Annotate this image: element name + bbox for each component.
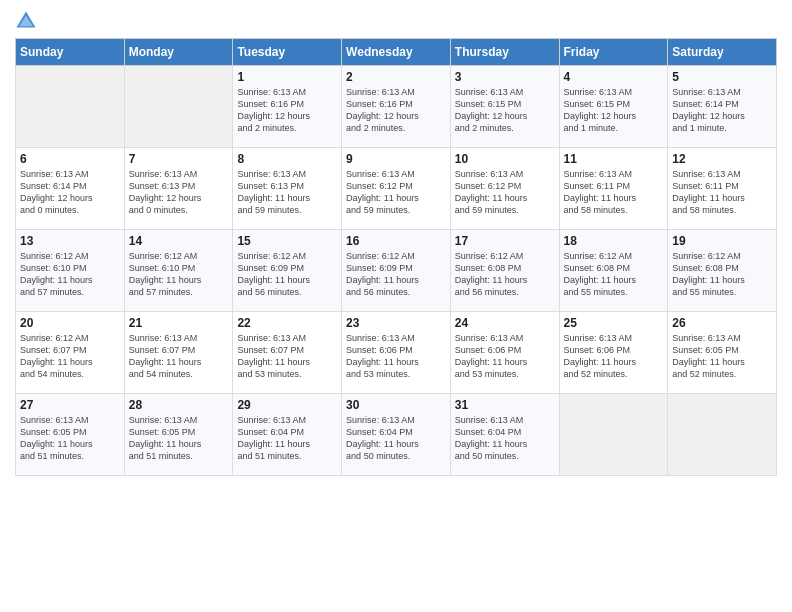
day-detail: Sunrise: 6:13 AM Sunset: 6:04 PM Dayligh… xyxy=(346,414,446,463)
day-detail: Sunrise: 6:13 AM Sunset: 6:05 PM Dayligh… xyxy=(20,414,120,463)
calendar-cell: 4Sunrise: 6:13 AM Sunset: 6:15 PM Daylig… xyxy=(559,66,668,148)
day-number: 25 xyxy=(564,316,664,330)
day-number: 12 xyxy=(672,152,772,166)
day-header-saturday: Saturday xyxy=(668,39,777,66)
calendar-cell: 24Sunrise: 6:13 AM Sunset: 6:06 PM Dayli… xyxy=(450,312,559,394)
calendar-cell: 7Sunrise: 6:13 AM Sunset: 6:13 PM Daylig… xyxy=(124,148,233,230)
calendar-header-row: SundayMondayTuesdayWednesdayThursdayFrid… xyxy=(16,39,777,66)
logo xyxy=(15,10,41,32)
calendar-cell: 17Sunrise: 6:12 AM Sunset: 6:08 PM Dayli… xyxy=(450,230,559,312)
day-detail: Sunrise: 6:13 AM Sunset: 6:16 PM Dayligh… xyxy=(237,86,337,135)
day-header-thursday: Thursday xyxy=(450,39,559,66)
day-number: 11 xyxy=(564,152,664,166)
day-detail: Sunrise: 6:12 AM Sunset: 6:10 PM Dayligh… xyxy=(129,250,229,299)
day-number: 14 xyxy=(129,234,229,248)
calendar-cell: 15Sunrise: 6:12 AM Sunset: 6:09 PM Dayli… xyxy=(233,230,342,312)
day-number: 16 xyxy=(346,234,446,248)
page-container: SundayMondayTuesdayWednesdayThursdayFrid… xyxy=(0,0,792,481)
calendar-cell: 11Sunrise: 6:13 AM Sunset: 6:11 PM Dayli… xyxy=(559,148,668,230)
calendar-cell: 13Sunrise: 6:12 AM Sunset: 6:10 PM Dayli… xyxy=(16,230,125,312)
calendar-cell: 23Sunrise: 6:13 AM Sunset: 6:06 PM Dayli… xyxy=(342,312,451,394)
calendar-cell: 31Sunrise: 6:13 AM Sunset: 6:04 PM Dayli… xyxy=(450,394,559,476)
calendar-cell: 20Sunrise: 6:12 AM Sunset: 6:07 PM Dayli… xyxy=(16,312,125,394)
day-number: 28 xyxy=(129,398,229,412)
calendar-cell: 29Sunrise: 6:13 AM Sunset: 6:04 PM Dayli… xyxy=(233,394,342,476)
day-detail: Sunrise: 6:13 AM Sunset: 6:06 PM Dayligh… xyxy=(455,332,555,381)
logo-icon xyxy=(15,10,37,32)
day-number: 23 xyxy=(346,316,446,330)
day-number: 15 xyxy=(237,234,337,248)
day-detail: Sunrise: 6:13 AM Sunset: 6:11 PM Dayligh… xyxy=(564,168,664,217)
calendar-cell: 21Sunrise: 6:13 AM Sunset: 6:07 PM Dayli… xyxy=(124,312,233,394)
day-number: 1 xyxy=(237,70,337,84)
calendar-week-row: 27Sunrise: 6:13 AM Sunset: 6:05 PM Dayli… xyxy=(16,394,777,476)
day-detail: Sunrise: 6:13 AM Sunset: 6:15 PM Dayligh… xyxy=(455,86,555,135)
calendar-cell: 6Sunrise: 6:13 AM Sunset: 6:14 PM Daylig… xyxy=(16,148,125,230)
calendar-table: SundayMondayTuesdayWednesdayThursdayFrid… xyxy=(15,38,777,476)
day-detail: Sunrise: 6:13 AM Sunset: 6:11 PM Dayligh… xyxy=(672,168,772,217)
calendar-week-row: 6Sunrise: 6:13 AM Sunset: 6:14 PM Daylig… xyxy=(16,148,777,230)
day-detail: Sunrise: 6:13 AM Sunset: 6:07 PM Dayligh… xyxy=(129,332,229,381)
calendar-cell: 3Sunrise: 6:13 AM Sunset: 6:15 PM Daylig… xyxy=(450,66,559,148)
day-detail: Sunrise: 6:13 AM Sunset: 6:04 PM Dayligh… xyxy=(237,414,337,463)
calendar-cell: 2Sunrise: 6:13 AM Sunset: 6:16 PM Daylig… xyxy=(342,66,451,148)
calendar-cell: 18Sunrise: 6:12 AM Sunset: 6:08 PM Dayli… xyxy=(559,230,668,312)
day-detail: Sunrise: 6:13 AM Sunset: 6:12 PM Dayligh… xyxy=(455,168,555,217)
day-detail: Sunrise: 6:13 AM Sunset: 6:15 PM Dayligh… xyxy=(564,86,664,135)
day-number: 21 xyxy=(129,316,229,330)
calendar-cell xyxy=(559,394,668,476)
day-detail: Sunrise: 6:12 AM Sunset: 6:08 PM Dayligh… xyxy=(455,250,555,299)
day-number: 2 xyxy=(346,70,446,84)
calendar-cell: 10Sunrise: 6:13 AM Sunset: 6:12 PM Dayli… xyxy=(450,148,559,230)
calendar-cell: 19Sunrise: 6:12 AM Sunset: 6:08 PM Dayli… xyxy=(668,230,777,312)
day-detail: Sunrise: 6:12 AM Sunset: 6:10 PM Dayligh… xyxy=(20,250,120,299)
calendar-cell xyxy=(124,66,233,148)
day-detail: Sunrise: 6:12 AM Sunset: 6:08 PM Dayligh… xyxy=(672,250,772,299)
day-detail: Sunrise: 6:13 AM Sunset: 6:13 PM Dayligh… xyxy=(237,168,337,217)
day-header-wednesday: Wednesday xyxy=(342,39,451,66)
day-number: 30 xyxy=(346,398,446,412)
day-header-tuesday: Tuesday xyxy=(233,39,342,66)
day-detail: Sunrise: 6:13 AM Sunset: 6:16 PM Dayligh… xyxy=(346,86,446,135)
calendar-cell xyxy=(16,66,125,148)
calendar-week-row: 1Sunrise: 6:13 AM Sunset: 6:16 PM Daylig… xyxy=(16,66,777,148)
day-detail: Sunrise: 6:13 AM Sunset: 6:06 PM Dayligh… xyxy=(346,332,446,381)
day-detail: Sunrise: 6:13 AM Sunset: 6:06 PM Dayligh… xyxy=(564,332,664,381)
calendar-week-row: 20Sunrise: 6:12 AM Sunset: 6:07 PM Dayli… xyxy=(16,312,777,394)
calendar-cell: 28Sunrise: 6:13 AM Sunset: 6:05 PM Dayli… xyxy=(124,394,233,476)
calendar-cell: 14Sunrise: 6:12 AM Sunset: 6:10 PM Dayli… xyxy=(124,230,233,312)
day-number: 8 xyxy=(237,152,337,166)
calendar-cell: 25Sunrise: 6:13 AM Sunset: 6:06 PM Dayli… xyxy=(559,312,668,394)
day-number: 22 xyxy=(237,316,337,330)
calendar-cell: 30Sunrise: 6:13 AM Sunset: 6:04 PM Dayli… xyxy=(342,394,451,476)
day-number: 31 xyxy=(455,398,555,412)
day-number: 4 xyxy=(564,70,664,84)
calendar-cell: 5Sunrise: 6:13 AM Sunset: 6:14 PM Daylig… xyxy=(668,66,777,148)
day-number: 5 xyxy=(672,70,772,84)
day-number: 3 xyxy=(455,70,555,84)
calendar-cell xyxy=(668,394,777,476)
day-number: 29 xyxy=(237,398,337,412)
day-detail: Sunrise: 6:12 AM Sunset: 6:09 PM Dayligh… xyxy=(237,250,337,299)
day-number: 17 xyxy=(455,234,555,248)
day-number: 13 xyxy=(20,234,120,248)
day-detail: Sunrise: 6:12 AM Sunset: 6:08 PM Dayligh… xyxy=(564,250,664,299)
day-detail: Sunrise: 6:13 AM Sunset: 6:14 PM Dayligh… xyxy=(672,86,772,135)
day-number: 18 xyxy=(564,234,664,248)
day-number: 7 xyxy=(129,152,229,166)
calendar-cell: 22Sunrise: 6:13 AM Sunset: 6:07 PM Dayli… xyxy=(233,312,342,394)
day-detail: Sunrise: 6:13 AM Sunset: 6:07 PM Dayligh… xyxy=(237,332,337,381)
calendar-cell: 9Sunrise: 6:13 AM Sunset: 6:12 PM Daylig… xyxy=(342,148,451,230)
day-detail: Sunrise: 6:13 AM Sunset: 6:13 PM Dayligh… xyxy=(129,168,229,217)
day-detail: Sunrise: 6:12 AM Sunset: 6:09 PM Dayligh… xyxy=(346,250,446,299)
calendar-cell: 1Sunrise: 6:13 AM Sunset: 6:16 PM Daylig… xyxy=(233,66,342,148)
page-header xyxy=(15,10,777,32)
calendar-cell: 8Sunrise: 6:13 AM Sunset: 6:13 PM Daylig… xyxy=(233,148,342,230)
day-detail: Sunrise: 6:13 AM Sunset: 6:05 PM Dayligh… xyxy=(129,414,229,463)
day-detail: Sunrise: 6:12 AM Sunset: 6:07 PM Dayligh… xyxy=(20,332,120,381)
day-detail: Sunrise: 6:13 AM Sunset: 6:14 PM Dayligh… xyxy=(20,168,120,217)
day-header-friday: Friday xyxy=(559,39,668,66)
day-number: 6 xyxy=(20,152,120,166)
day-number: 24 xyxy=(455,316,555,330)
day-detail: Sunrise: 6:13 AM Sunset: 6:05 PM Dayligh… xyxy=(672,332,772,381)
